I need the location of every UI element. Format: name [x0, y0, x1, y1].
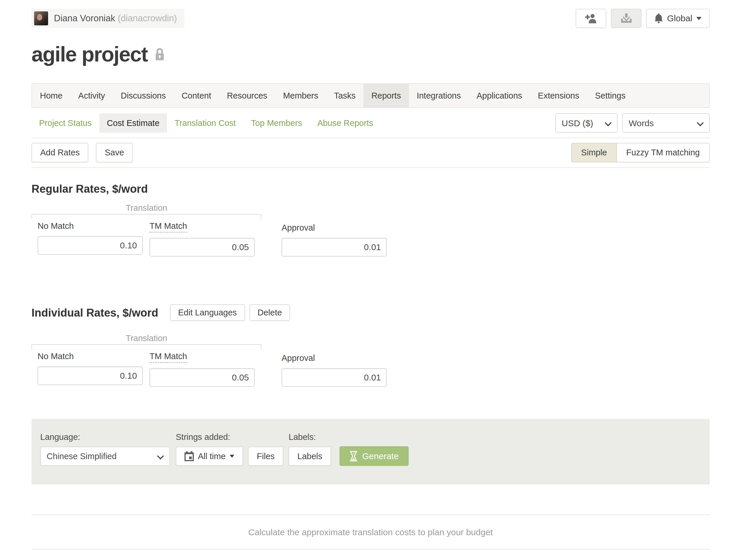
avatar — [34, 11, 48, 25]
bell-icon — [654, 13, 663, 23]
save-button[interactable]: Save — [96, 143, 133, 162]
labels-filter-button[interactable]: Labels — [289, 447, 331, 466]
mode-simple-button[interactable]: Simple — [571, 143, 617, 162]
group-border — [31, 344, 262, 350]
regular-rates-header: Regular Rates, $/word — [31, 182, 710, 195]
report-settings: USD ($) Words — [555, 113, 710, 133]
approval-input[interactable] — [282, 368, 387, 387]
user-name: Diana Voroniak (dianacrowdin) — [54, 13, 177, 24]
divider — [31, 138, 710, 138]
subnav-top-members[interactable]: Top Members — [243, 113, 310, 133]
individual-rates-title: Individual Rates, $/word — [31, 306, 158, 319]
download-tray-icon — [620, 13, 632, 23]
generate-report-panel: Language: Chinese Simplified Strings add… — [31, 419, 710, 484]
subnav-project-status[interactable]: Project Status — [31, 113, 99, 133]
no-match-column: No Match — [38, 352, 143, 387]
tab-home[interactable]: Home — [32, 84, 70, 107]
add-rates-button[interactable]: Add Rates — [31, 143, 88, 162]
tab-reports[interactable]: Reports — [364, 84, 409, 107]
tab-settings[interactable]: Settings — [587, 84, 633, 107]
strings-added-group: Strings added: All time Files — [176, 432, 283, 466]
language-group: Language: Chinese Simplified — [40, 432, 170, 466]
no-match-label: No Match — [38, 221, 74, 231]
tm-match-input[interactable] — [150, 238, 255, 257]
translation-group-label: Translation — [31, 203, 262, 214]
tm-match-column: TM Match — [150, 221, 255, 257]
tab-extensions[interactable]: Extensions — [530, 84, 587, 107]
add-person-button[interactable] — [576, 9, 606, 28]
no-match-label: No Match — [38, 352, 74, 361]
rates-toolbar: Add Rates Save Simple Fuzzy TM matching — [31, 143, 710, 162]
tm-match-column: TM Match — [150, 352, 255, 387]
generate-label: Generate — [362, 451, 399, 461]
language-label: Language: — [40, 432, 170, 442]
notifications-button[interactable]: Global — [646, 9, 710, 28]
approval-input[interactable] — [282, 238, 387, 257]
reports-subnav-items: Project Status Cost Estimate Translation… — [31, 113, 381, 133]
tab-applications[interactable]: Applications — [469, 84, 530, 107]
chevron-down-icon — [230, 455, 234, 458]
translation-group: Translation No Match TM Match — [31, 334, 262, 387]
user-handle: (dianacrowdin) — [118, 13, 177, 23]
approval-label: Approval — [282, 353, 315, 363]
tm-match-label: TM Match — [150, 352, 187, 363]
delete-button[interactable]: Delete — [250, 304, 290, 321]
mode-toggle: Simple Fuzzy TM matching — [571, 143, 710, 162]
no-match-column: No Match — [38, 221, 143, 257]
notifications-label: Global — [667, 13, 692, 23]
tab-content[interactable]: Content — [174, 84, 219, 107]
labels-group: Labels: Labels — [289, 432, 331, 466]
regular-rates-row: Translation No Match TM Match Approval — [31, 203, 710, 257]
page-title: agile project — [31, 41, 148, 67]
tab-tasks[interactable]: Tasks — [326, 84, 364, 107]
top-actions: Global — [576, 9, 710, 28]
subnav-abuse-reports[interactable]: Abuse Reports — [310, 113, 381, 133]
individual-rates-row: Translation No Match TM Match Approval — [31, 334, 710, 387]
edit-languages-button[interactable]: Edit Languages — [170, 304, 245, 321]
top-bar: Diana Voroniak (dianacrowdin) — [31, 9, 710, 28]
user-chip[interactable]: Diana Voroniak (dianacrowdin) — [31, 9, 185, 28]
language-select[interactable]: Chinese Simplified — [40, 447, 170, 466]
download-report-button[interactable] — [611, 9, 641, 28]
files-filter-button[interactable]: Files — [248, 447, 283, 466]
mode-fuzzy-button[interactable]: Fuzzy TM matching — [617, 143, 710, 162]
tab-activity[interactable]: Activity — [70, 84, 113, 107]
footer-note: Calculate the approximate translation co… — [31, 527, 710, 537]
currency-select[interactable]: USD ($) — [555, 113, 618, 133]
tab-members[interactable]: Members — [275, 84, 326, 107]
reports-subnav: Project Status Cost Estimate Translation… — [31, 113, 710, 133]
calendar-icon — [185, 451, 194, 461]
project-tab-bar: Home Activity Discussions Content Resour… — [31, 83, 710, 108]
lock-icon — [155, 48, 165, 61]
divider — [31, 549, 710, 550]
approval-column: Approval — [282, 353, 387, 387]
regular-rates-title: Regular Rates, $/word — [31, 182, 148, 195]
add-person-icon — [585, 13, 597, 23]
tm-match-label: TM Match — [150, 221, 187, 233]
page: Diana Voroniak (dianacrowdin) — [0, 9, 733, 550]
chevron-down-icon — [696, 17, 702, 20]
labels-label: Labels: — [289, 432, 331, 442]
group-border — [31, 214, 262, 219]
divider — [31, 167, 710, 168]
no-match-input[interactable] — [38, 236, 143, 255]
approval-label: Approval — [282, 223, 315, 233]
translation-group-label: Translation — [31, 334, 262, 344]
units-select[interactable]: Words — [622, 113, 710, 133]
hourglass-icon — [350, 451, 358, 462]
generate-button[interactable]: Generate — [340, 446, 408, 466]
period-button[interactable]: All time — [176, 447, 243, 466]
user-full-name: Diana Voroniak — [54, 13, 115, 23]
no-match-input[interactable] — [38, 366, 143, 385]
subnav-cost-estimate[interactable]: Cost Estimate — [99, 113, 167, 133]
tab-discussions[interactable]: Discussions — [113, 84, 174, 107]
period-value: All time — [198, 452, 226, 461]
individual-rates-header: Individual Rates, $/word Edit Languages … — [31, 304, 710, 321]
tab-integrations[interactable]: Integrations — [409, 84, 469, 107]
strings-added-label: Strings added: — [176, 432, 283, 442]
subnav-translation-cost[interactable]: Translation Cost — [167, 113, 243, 133]
tab-resources[interactable]: Resources — [219, 84, 276, 107]
tm-match-input[interactable] — [150, 368, 255, 387]
approval-column: Approval — [282, 223, 387, 257]
divider — [31, 515, 710, 515]
